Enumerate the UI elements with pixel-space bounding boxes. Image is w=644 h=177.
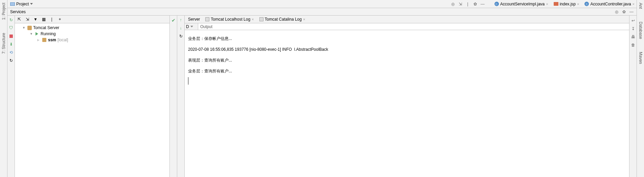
console-right-gutter: ↩ ↧ 🖶 🗑 bbox=[629, 16, 637, 177]
console-tab-server[interactable]: Server bbox=[187, 16, 203, 22]
scroll-end-icon[interactable]: ↧ bbox=[631, 26, 636, 31]
services-action-gutter: ↻ ⛉ ⬇ ⟲ ↻ bbox=[7, 16, 15, 177]
content-row: ↻ ⛉ ⬇ ⟲ ↻ ⇱ ⇲ ▼ ▦ | + bbox=[7, 16, 637, 177]
log-file-icon bbox=[205, 17, 209, 21]
stop-icon[interactable] bbox=[9, 34, 14, 39]
ant-tool-tab[interactable]: Ant bbox=[638, 1, 643, 10]
sep: | bbox=[49, 17, 54, 22]
group-icon[interactable]: ▦ bbox=[41, 17, 46, 22]
console-tab-catalina-log[interactable]: Tomcat Catalina Log × bbox=[258, 16, 308, 22]
soft-wrap-icon[interactable]: ↩ bbox=[631, 18, 636, 23]
structure-tool-tab[interactable]: 7: Structure bbox=[1, 31, 6, 55]
editor-tab-account-service-impl[interactable]: C AccountServiceImpl.java × bbox=[492, 1, 550, 7]
java-class-icon: C bbox=[584, 2, 589, 6]
link-icon[interactable]: ⟲ bbox=[9, 50, 14, 55]
output-header-row: D Output bbox=[185, 23, 629, 30]
console-tab-localhost-log[interactable]: Tomcat Localhost Log × bbox=[204, 16, 256, 22]
rerun-icon[interactable]: ↻ bbox=[9, 18, 14, 22]
console-line: 业务层：查询所有账户... bbox=[188, 69, 232, 73]
tomcat-app-icon bbox=[42, 38, 46, 42]
add-icon[interactable]: + bbox=[58, 17, 62, 22]
maven-tool-tab[interactable]: Maven bbox=[638, 50, 643, 65]
divider-icon: | bbox=[465, 2, 470, 6]
editor-tab-label: index.jsp bbox=[560, 2, 576, 6]
clear-icon[interactable]: 🗑 bbox=[631, 43, 636, 47]
project-dropdown-button[interactable]: Project bbox=[7, 1, 36, 7]
chevron-right-icon[interactable]: ▶ bbox=[37, 38, 41, 42]
tree-node-running[interactable]: ▼ Running bbox=[15, 31, 169, 37]
filter-icon[interactable]: ▼ bbox=[33, 17, 38, 22]
expand-icon[interactable]: ⇲ bbox=[458, 2, 463, 6]
services-title: Services bbox=[10, 9, 614, 14]
target-icon[interactable]: ◎ bbox=[451, 2, 455, 6]
tree-node-tomcat-server[interactable]: ▼ Tomcat Server bbox=[15, 25, 169, 31]
console-status-gutter: ✔ bbox=[170, 16, 177, 177]
tree-label: ssm bbox=[48, 38, 56, 42]
dropdown-arrow-icon[interactable] bbox=[190, 26, 193, 27]
structure-tool-label: 7: Structure bbox=[1, 33, 6, 54]
refresh-icon[interactable]: ↻ bbox=[9, 58, 14, 63]
console-panel: ✔ ↑ ↓ ↻ Server Tomcat Localhost Log × bbox=[170, 16, 637, 177]
tree-label: Running bbox=[41, 31, 56, 36]
console-line: 2020-07-08 16:55:06,835 193776 [nio-8080… bbox=[188, 47, 328, 52]
main-area: Project ◎ ⇲ | ✿ — C AccountServiceImpl.j… bbox=[7, 0, 637, 177]
debug-icon[interactable]: ⛉ bbox=[9, 26, 14, 30]
services-panel: ↻ ⛉ ⬇ ⟲ ↻ ⇱ ⇲ ▼ ▦ | + bbox=[7, 16, 170, 177]
build-icon[interactable]: ⬇ bbox=[9, 42, 14, 47]
right-tool-gutter: Ant Database Maven bbox=[637, 0, 644, 177]
services-header: Services ◎ ✿ — bbox=[7, 8, 637, 16]
chevron-down-icon[interactable]: ▼ bbox=[22, 26, 26, 29]
expand-all-icon[interactable]: ⇱ bbox=[17, 17, 22, 22]
console-output[interactable]: 业务层：保存帐户信息... 2020-07-08 16:55:06,835 19… bbox=[185, 30, 629, 177]
chevron-down-icon[interactable]: ▼ bbox=[30, 32, 33, 36]
editor-tab-label: AccountController.java bbox=[590, 2, 631, 6]
text-cursor bbox=[188, 77, 188, 85]
tomcat-icon bbox=[27, 26, 32, 30]
editor-tab-index-jsp[interactable]: index.jsp × bbox=[552, 1, 581, 7]
dropdown-arrow-icon bbox=[30, 3, 33, 5]
close-icon[interactable]: × bbox=[577, 2, 579, 6]
up-icon[interactable]: ↑ bbox=[179, 18, 183, 22]
console-tab-label: Tomcat Catalina Log bbox=[265, 17, 302, 22]
print-icon[interactable]: 🖶 bbox=[631, 35, 636, 39]
close-icon[interactable]: × bbox=[252, 17, 254, 21]
database-tool-label: Database bbox=[638, 22, 643, 39]
project-icon bbox=[10, 2, 15, 6]
left-tool-gutter: 1: Project 7: Structure bbox=[0, 0, 7, 177]
tree-node-ssm[interactable]: ▶ ssm [local] bbox=[15, 37, 169, 43]
hide-icon[interactable]: — bbox=[629, 9, 634, 14]
target-icon[interactable]: ◎ bbox=[614, 9, 619, 14]
log-file-icon bbox=[259, 17, 263, 21]
d-label: D bbox=[186, 24, 189, 29]
database-tool-tab[interactable]: Database bbox=[638, 20, 643, 40]
project-tool-tab[interactable]: 1: Project bbox=[1, 1, 6, 21]
services-toolbar: ⇱ ⇲ ▼ ▦ | + bbox=[15, 16, 169, 23]
hide-icon[interactable]: — bbox=[480, 2, 485, 6]
collapse-all-icon[interactable]: ⇲ bbox=[25, 17, 30, 22]
jsp-file-icon bbox=[554, 2, 558, 6]
running-icon bbox=[36, 32, 38, 36]
top-bar: Project ◎ ⇲ | ✿ — C AccountServiceImpl.j… bbox=[7, 0, 637, 8]
success-check-icon: ✔ bbox=[171, 18, 176, 23]
console-tabs: Server Tomcat Localhost Log × Tomcat Cat… bbox=[185, 16, 629, 23]
editor-tabs: C AccountServiceImpl.java × index.jsp × … bbox=[490, 0, 637, 8]
close-icon[interactable]: × bbox=[546, 2, 548, 6]
down-icon[interactable]: ↓ bbox=[179, 26, 183, 30]
refresh-icon[interactable]: ↻ bbox=[179, 34, 183, 39]
editor-tab-account-controller[interactable]: C AccountController.java × bbox=[582, 1, 637, 7]
editor-tab-label: AccountServiceImpl.java bbox=[500, 2, 545, 6]
ant-tool-label: Ant bbox=[638, 3, 643, 9]
java-class-icon: C bbox=[495, 2, 499, 6]
console-tab-label: Server bbox=[188, 17, 200, 22]
close-icon[interactable]: × bbox=[632, 2, 635, 6]
gear-icon[interactable]: ✿ bbox=[473, 2, 478, 6]
gear-icon[interactable]: ✿ bbox=[622, 9, 626, 14]
tree-label: Tomcat Server bbox=[33, 25, 59, 30]
tree-label-suffix: [local] bbox=[58, 38, 68, 42]
output-label: Output bbox=[198, 24, 212, 29]
maven-tool-label: Maven bbox=[638, 52, 643, 64]
close-icon[interactable]: × bbox=[303, 17, 305, 21]
console-line: 表现层：查询所有账户... bbox=[188, 58, 232, 63]
project-dropdown-label: Project bbox=[16, 2, 29, 6]
project-tool-label: 1: Project bbox=[1, 3, 6, 20]
